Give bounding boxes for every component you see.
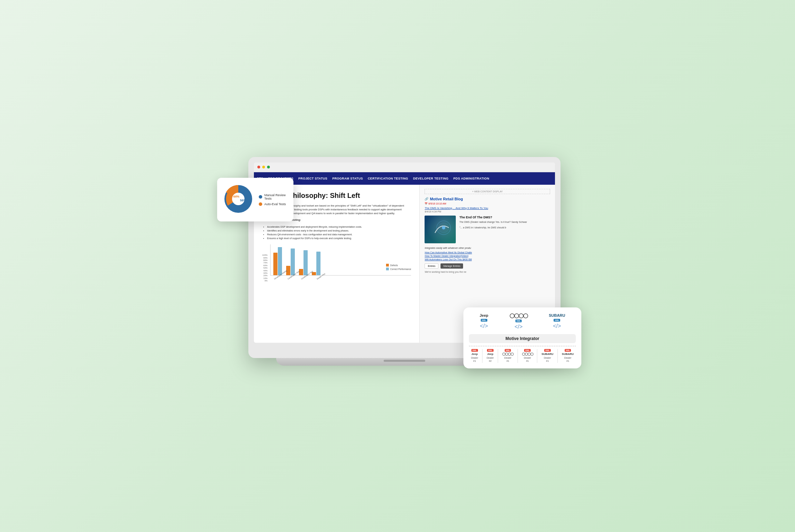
blog-title-row: 🔗 Motive Retail Blog — [425, 197, 550, 201]
bar-group-2 — [286, 248, 295, 275]
dashed-separator — [469, 346, 576, 346]
bullet-list: Accelerates DSP development and deployme… — [262, 225, 411, 241]
bar-defects-3 — [299, 269, 303, 275]
legend-defects: Defects — [386, 264, 411, 267]
minimize-dot[interactable] — [262, 166, 265, 168]
dealer-label-a2: Dealer#1 — [524, 356, 531, 363]
article-text: The DMS (Dealer radical change Yes. Is i… — [459, 220, 550, 224]
brands-bottom: XML Jeep Dealer#1 XML Jeep Dealer#2 XML … — [469, 349, 576, 363]
dealer-label-s1: Dealer#1 — [544, 356, 551, 363]
integrator-title: Motive Integrator — [469, 334, 576, 343]
sep-4 — [537, 349, 537, 363]
xml-badge-d6: XML — [565, 349, 571, 352]
integrates-text: Integrates easily with whatever other pr… — [425, 247, 550, 249]
dealer-label-j2: Dealer#2 — [487, 356, 494, 363]
more-link-3[interactable]: Will Automakers Lose Out On This $400 Bi… — [425, 258, 550, 261]
brand-subaru-top: SUBARU XML </> — [549, 313, 565, 329]
sep-1 — [482, 349, 482, 363]
bullet-1: Accelerates DSP development and deployme… — [267, 225, 411, 229]
xml-badge-subaru: XML — [554, 319, 560, 322]
jeep-logo: Jeep — [480, 313, 488, 317]
more-link-1[interactable]: How Can Automotive Meet Its Global Chall… — [425, 251, 550, 254]
dealer-brand-j2: Jeep — [487, 352, 493, 356]
bar-correct-3 — [304, 250, 308, 275]
web-content-banner: + WEB CONTENT DISPLAY — [425, 189, 550, 194]
bar-defects-4 — [312, 272, 316, 275]
legend-correct: Correct Performance — [386, 268, 411, 270]
xml-badge-audi: XML — [515, 320, 522, 322]
audi-logo: ◯◯◯◯ — [510, 313, 528, 318]
svg-point-1 — [437, 221, 451, 235]
bullet-3: Reduces QA environment costs - less conf… — [267, 233, 411, 236]
code-icon-subaru: </> — [553, 323, 561, 329]
sep-3 — [518, 349, 518, 363]
scene: CTS PDS PROJECTS PROJECT STATUS PROGRAM … — [207, 136, 588, 396]
nav-program-status[interactable]: PROGRAM STATUS — [332, 177, 363, 180]
blog-date: 📅 8/5/16 10:10 AM — [425, 202, 550, 205]
svg-point-2 — [439, 223, 448, 233]
xml-badge-d5: XML — [544, 349, 551, 352]
more-link-2[interactable]: How To Master Dealer Integration[Video] — [425, 255, 550, 257]
bar-defects-1 — [273, 253, 277, 275]
pie-overlay: 44% 56% Manual Review Tests Auto-Eval Te… — [217, 178, 293, 221]
pie-dot-orange — [259, 202, 262, 206]
expand-dot[interactable] — [267, 166, 270, 168]
legend-dot-correct — [386, 268, 389, 270]
entries-button[interactable]: Entries — [425, 263, 438, 269]
nav-dev-testing[interactable]: DEVELOPER TESTING — [413, 177, 448, 180]
subaru-logo: SUBARU — [549, 313, 565, 317]
legend-manual: Manual Review Tests — [259, 193, 288, 200]
article-quote: "... a DMS in t dealership, he DMS shoul… — [459, 226, 550, 230]
dealer-brand-j1: Jeep — [471, 352, 478, 356]
bar-correct-1 — [278, 247, 282, 275]
nav-cert-testing[interactable]: CERTIFICATION TESTING — [368, 177, 408, 180]
bar-group-3 — [299, 250, 308, 275]
code-icon-jeep: </> — [480, 323, 488, 329]
chart-legend: Defects Correct Performance — [386, 264, 411, 270]
dealer-brand-s1: SUBARU — [541, 352, 553, 356]
blog-main-link[interactable]: The DMS Is Vanishing… And Why It Matters… — [425, 207, 550, 210]
blog-image — [425, 216, 456, 243]
browser-bar — [254, 163, 555, 172]
nav-project-status[interactable]: PROJECT STATUS — [298, 177, 327, 180]
pie-chart-container: 44% 56% — [223, 183, 254, 216]
svg-text:44%: 44% — [233, 195, 239, 198]
sep-5 — [557, 349, 558, 363]
bar-group-1 — [273, 247, 282, 275]
legend-auto: Auto-Eval Tests — [259, 202, 288, 206]
blog-title-text: Motive Retail Blog — [430, 197, 463, 201]
svg-text:56%: 56% — [240, 199, 246, 202]
blog-buttons: Entries Manage Entries — [425, 263, 550, 269]
nav-bar: CTS PDS PROJECTS PROJECT STATUS PROGRAM … — [254, 172, 555, 185]
dealer-jeep-2: XML Jeep Dealer#2 — [487, 349, 494, 363]
dealer-label-j1: Dealer#1 — [471, 356, 478, 363]
manage-entries-button[interactable]: Manage Entries — [441, 263, 463, 269]
xml-badge-d4: XML — [524, 349, 531, 352]
svg-rect-0 — [425, 216, 456, 243]
integrator-overlay: Jeep XML </> ◯◯◯◯ XML </> SUBARU XML </>… — [463, 307, 581, 368]
chart-x-labels: Developer Testing Certification Test Cer… — [270, 277, 411, 282]
pie-legend: Manual Review Tests Auto-Eval Tests — [259, 193, 288, 206]
pie-chart-svg: 44% 56% — [223, 183, 254, 215]
brand-audi-top: ◯◯◯◯ XML </> — [510, 313, 528, 330]
brands-top: Jeep XML </> ◯◯◯◯ XML </> SUBARU XML </> — [469, 313, 576, 330]
dealer-audi-1: XML ◯◯◯◯ Dealer#1 — [502, 349, 513, 363]
sep-2 — [498, 349, 498, 363]
dealer-audi-2: XML ◯◯◯◯ Dealer#1 — [522, 349, 533, 363]
xml-badge-d2: XML — [487, 349, 494, 352]
nav-pds-admin[interactable]: PDS ADMINISTRATION — [453, 177, 489, 180]
bar-correct-4 — [316, 252, 320, 275]
chart-area: Defects Correct Performance — [270, 244, 411, 282]
bullet-2: Identifies and eliminates errors early i… — [267, 229, 411, 233]
svg-point-3 — [442, 226, 445, 229]
article-title: The End Of The DMS? — [459, 216, 550, 219]
chart-bars-area: Defects Correct Performance — [270, 244, 411, 276]
chart-wrapper: 100% 90% 80% 70% 60% 50% 40% 30% 20% 10%… — [262, 244, 411, 282]
blog-text-col: The End Of The DMS? The DMS (Dealer radi… — [459, 216, 550, 243]
xml-badge-jeep: XML — [481, 319, 487, 322]
xml-badge-d1: XML — [471, 349, 478, 352]
dealer-jeep-1: XML Jeep Dealer#1 — [471, 349, 478, 363]
blog-image-row: The End Of The DMS? The DMS (Dealer radi… — [425, 216, 550, 243]
close-dot[interactable] — [257, 166, 260, 168]
pie-dot-blue — [259, 195, 262, 199]
